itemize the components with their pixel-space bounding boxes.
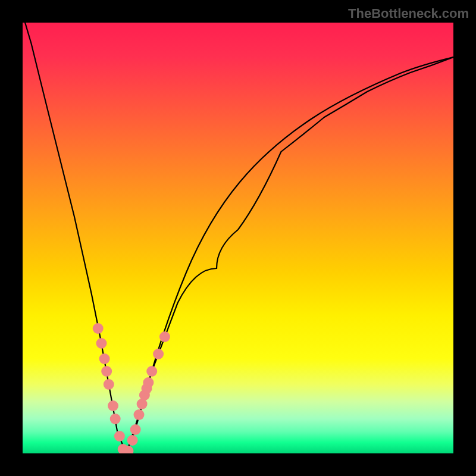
data-point: [159, 331, 170, 342]
chart-container: TheBottleneck.com: [0, 0, 476, 476]
data-point: [134, 409, 145, 420]
data-point: [93, 323, 104, 334]
data-point: [146, 366, 157, 377]
curve-svg: [23, 23, 453, 453]
data-point: [114, 431, 125, 441]
plot-area: [23, 23, 453, 453]
data-point: [108, 400, 118, 411]
bottleneck-curve-right-smooth: [126, 57, 453, 453]
watermark: TheBottleneck.com: [348, 6, 469, 21]
curve-group: [23, 23, 453, 453]
data-point: [130, 424, 141, 435]
data-point: [99, 353, 110, 364]
data-point: [110, 414, 121, 424]
data-point: [127, 435, 138, 446]
data-point: [143, 377, 154, 388]
bottleneck-curve-right: [126, 57, 453, 453]
data-points-group: [93, 323, 170, 453]
data-point: [104, 379, 114, 390]
data-point: [153, 349, 164, 359]
data-point: [96, 338, 107, 349]
data-point: [101, 366, 112, 377]
